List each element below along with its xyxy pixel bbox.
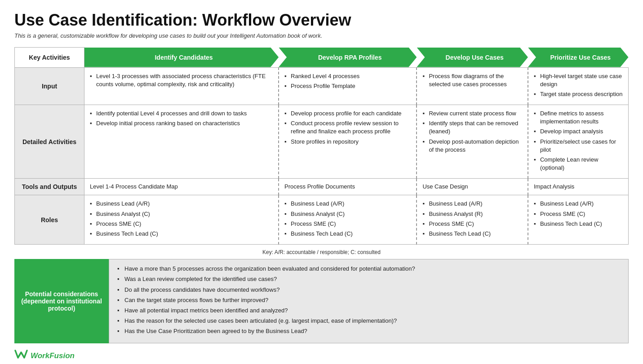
consideration-7: Has the Use Case Prioritization been agr… — [117, 327, 620, 335]
prioritize-arrow: Prioritize Use Cases — [528, 48, 629, 67]
detailed-item-3: Develop process profile for each candida… — [284, 110, 411, 118]
role-item-2: Business Analyst (C) — [90, 210, 273, 218]
role-item-11: Process SME (C) — [422, 220, 522, 228]
input-cell-1: Level 1-3 processes with associated proc… — [84, 67, 279, 105]
role-item-12: Business Tech Lead (C) — [422, 230, 522, 238]
input-cell-2: Ranked Level 4 processes Process Profile… — [279, 67, 417, 105]
col-prioritize: Prioritize Use Cases — [528, 48, 629, 68]
input-item-3: Process Profile Template — [284, 82, 411, 90]
roles-row: Roles Business Lead (A/R) Business Analy… — [15, 195, 629, 245]
detailed-cell-1: Identify potential Level 4 processes and… — [84, 105, 279, 179]
identify-arrow: Identify Candidates — [84, 48, 279, 67]
considerations-content: Have a more than 5 processes across the … — [109, 259, 629, 343]
role-item-7: Process SME (C) — [284, 220, 411, 228]
roles-cell-2: Business Lead (A/R) Business Analyst (C)… — [279, 195, 417, 245]
tools-item-3: Use Case Design — [422, 183, 468, 190]
input-item-4: Process flow diagrams of the selected us… — [422, 72, 522, 88]
input-item-2: Ranked Level 4 processes — [284, 72, 411, 80]
tools-cell-1: Level 1-4 Process Candidate Map — [84, 179, 279, 195]
considerations-section: Potential considerations (dependent on i… — [14, 259, 629, 343]
detailed-cell-3: Review current state process flow Identi… — [417, 105, 528, 179]
wf-text: WorkFusion — [31, 351, 75, 360]
tools-outputs-label: Tools and Outputs — [15, 179, 84, 195]
input-item-5: High-level target state use case design — [534, 72, 623, 88]
consideration-3: Do all the process candidates have docum… — [117, 286, 620, 294]
role-item-9: Business Lead (A/R) — [422, 200, 522, 208]
key-activities-label: Key Activities — [15, 48, 84, 68]
tools-item-2: Process Profile Documents — [284, 183, 355, 190]
tools-outputs-row: Tools and Outputs Level 1-4 Process Cand… — [15, 179, 629, 195]
detailed-cell-2: Develop process profile for each candida… — [279, 105, 417, 179]
role-item-5: Business Lead (A/R) — [284, 200, 411, 208]
roles-cell-1: Business Lead (A/R) Business Analyst (C)… — [84, 195, 279, 245]
input-label: Input — [15, 67, 84, 105]
consideration-1: Have a more than 5 processes across the … — [117, 265, 620, 273]
role-item-8: Business Tech Lead (C) — [284, 230, 411, 238]
input-item-1: Level 1-3 processes with associated proc… — [90, 72, 273, 88]
detailed-item-11: Prioritize/select use cases for pilot — [534, 138, 623, 154]
detailed-item-7: Identify steps that can be removed (lean… — [422, 119, 522, 136]
detailed-item-2: Develop initial process ranking based on… — [90, 119, 273, 127]
role-item-15: Business Tech Lead (C) — [534, 220, 623, 228]
header-row: Key Activities Identify Candidates Devel… — [15, 48, 629, 68]
detailed-activities-row: Detailed Activities Identify potential L… — [15, 105, 629, 179]
tools-cell-2: Process Profile Documents — [279, 179, 417, 195]
wf-icon — [14, 350, 28, 362]
roles-label: Roles — [15, 195, 84, 245]
develop-uc-arrow: Develop Use Cases — [417, 48, 528, 67]
detailed-item-4: Conduct process profile review session t… — [284, 119, 411, 136]
role-item-1: Business Lead (A/R) — [90, 200, 273, 208]
detailed-item-8: Develop post-automation depiction of the… — [422, 138, 522, 154]
tools-cell-3: Use Case Design — [417, 179, 528, 195]
tools-item-4: Impact Analysis — [534, 183, 574, 190]
input-row: Input Level 1-3 processes with associate… — [15, 67, 629, 105]
detailed-activities-label: Detailed Activities — [15, 105, 84, 179]
role-item-6: Business Analyst (C) — [284, 210, 411, 218]
col-develop-uc: Develop Use Cases — [417, 48, 528, 68]
workfusion-logo: WorkFusion — [14, 350, 629, 362]
role-item-13: Business Lead (A/R) — [534, 200, 623, 208]
roles-cell-4: Business Lead (A/R) Process SME (C) Busi… — [528, 195, 629, 245]
consideration-4: Can the target state process flows be fu… — [117, 296, 620, 304]
detailed-item-12: Complete Lean review (optional) — [534, 156, 623, 172]
considerations-label: Potential considerations (dependent on i… — [14, 259, 109, 343]
detailed-item-10: Develop impact analysis — [534, 127, 623, 136]
consideration-6: Has the reason for the selected use case… — [117, 317, 620, 325]
roles-cell-3: Business Lead (A/R) Business Analyst (R)… — [417, 195, 528, 245]
tools-item-1: Level 1-4 Process Candidate Map — [90, 183, 178, 190]
page-title: Use Case Identification: Workflow Overvi… — [14, 11, 629, 30]
role-item-14: Process SME (C) — [534, 210, 623, 218]
page-subtitle: This is a general, customizable workflow… — [14, 32, 629, 39]
consideration-2: Was a Lean review completed for the iden… — [117, 275, 620, 283]
tools-cell-4: Impact Analysis — [528, 179, 629, 195]
detailed-item-1: Identify potential Level 4 processes and… — [90, 110, 273, 118]
input-cell-3: Process flow diagrams of the selected us… — [417, 67, 528, 105]
workflow-table: Key Activities Identify Candidates Devel… — [14, 47, 629, 245]
input-cell-4: High-level target state use case design … — [528, 67, 629, 105]
key-note: Key: A/R: accountable / responsible; C: … — [14, 249, 629, 255]
develop-rpa-arrow: Develop RPA Profiles — [279, 48, 417, 67]
detailed-item-6: Review current state process flow — [422, 110, 522, 118]
detailed-item-5: Store profiles in repository — [284, 138, 411, 146]
role-item-10: Business Analyst (R) — [422, 210, 522, 218]
role-item-3: Process SME (C) — [90, 220, 273, 228]
input-item-6: Target state process description — [534, 90, 623, 98]
col-identify: Identify Candidates — [84, 48, 279, 68]
role-item-4: Business Tech Lead (C) — [90, 230, 273, 238]
detailed-item-9: Define metrics to assess implementation … — [534, 110, 623, 126]
consideration-5: Have all potential impact metrics been i… — [117, 307, 620, 315]
detailed-cell-4: Define metrics to assess implementation … — [528, 105, 629, 179]
col-develop-rpa: Develop RPA Profiles — [279, 48, 417, 68]
